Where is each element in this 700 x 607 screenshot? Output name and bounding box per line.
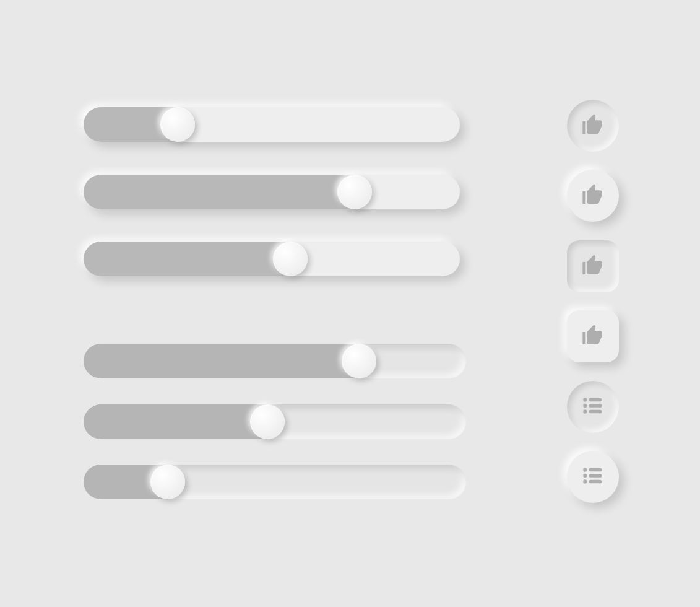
list-button-raised[interactable] <box>567 451 619 503</box>
svg-rect-11 <box>589 480 602 484</box>
svg-point-6 <box>583 468 587 471</box>
svg-point-4 <box>583 409 587 413</box>
slider-thumb[interactable] <box>160 107 195 142</box>
slider-thumb[interactable] <box>150 465 185 499</box>
slider-5[interactable] <box>84 404 466 439</box>
thumbs-up-icon <box>581 182 605 209</box>
slider-fill <box>84 175 355 209</box>
list-icon <box>581 464 605 490</box>
slider-4[interactable] <box>84 344 466 378</box>
svg-rect-3 <box>589 404 602 408</box>
like-button-round-inset[interactable] <box>567 100 619 152</box>
like-button-round-raised[interactable] <box>567 170 619 222</box>
slider-thumb[interactable] <box>337 175 372 209</box>
svg-rect-1 <box>589 398 602 402</box>
slider-fill <box>84 344 359 378</box>
svg-rect-9 <box>589 474 602 478</box>
like-button-square-inset[interactable] <box>567 240 619 292</box>
list-button-inset[interactable] <box>567 381 619 433</box>
thumbs-up-icon <box>581 112 605 139</box>
svg-rect-5 <box>589 410 602 414</box>
slider-thumb[interactable] <box>250 404 285 439</box>
like-button-square-raised[interactable] <box>567 310 619 362</box>
thumbs-up-icon <box>581 253 605 280</box>
slider-3[interactable] <box>84 242 460 276</box>
slider-fill <box>84 404 267 439</box>
slider-thumb[interactable] <box>342 344 376 378</box>
slider-fill <box>84 242 290 276</box>
svg-rect-7 <box>589 468 602 472</box>
svg-point-0 <box>583 398 587 401</box>
slider-thumb[interactable] <box>273 242 308 276</box>
list-icon <box>581 394 605 420</box>
thumbs-up-icon <box>581 323 605 350</box>
slider-1[interactable] <box>84 107 460 142</box>
svg-point-2 <box>583 404 587 408</box>
slider-2[interactable] <box>84 175 460 209</box>
svg-point-8 <box>583 474 587 478</box>
slider-6[interactable] <box>84 465 466 499</box>
svg-point-10 <box>583 479 587 483</box>
